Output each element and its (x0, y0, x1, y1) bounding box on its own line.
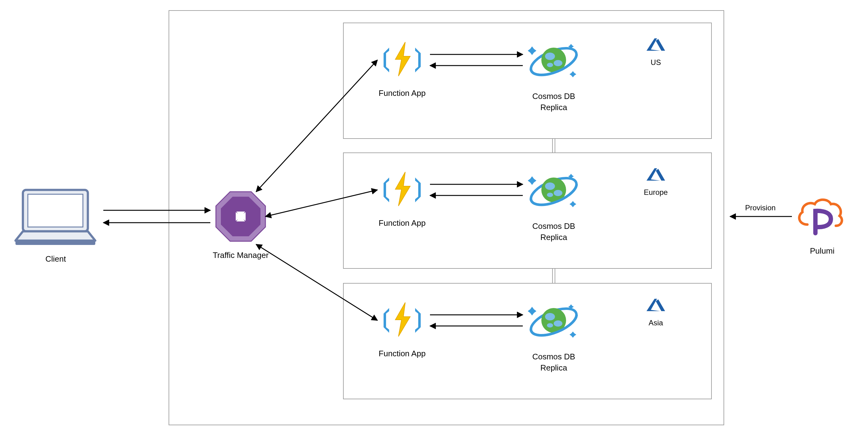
function-app-icon (383, 303, 421, 337)
traffic-manager-icon (216, 192, 266, 241)
traffic-manager-label: Traffic Manager (213, 251, 269, 260)
azure-region-icon (647, 38, 665, 51)
client-node: Client (16, 190, 95, 263)
traffic-manager-node: Traffic Manager (213, 192, 269, 260)
arrow-tm-function-0 (256, 60, 377, 192)
provision-label: Provision (745, 204, 776, 212)
cosmos-db-label-1: Cosmos DB (532, 92, 576, 101)
pulumi-label: Pulumi (810, 246, 834, 255)
cosmos-db-label-2: Replica (540, 103, 567, 112)
architecture-diagram: Function AppCosmos DBReplicaUSFunction A… (0, 0, 868, 437)
azure-region-icon (647, 299, 665, 311)
function-app-label: Function App (379, 349, 426, 358)
region-box-us: Function AppCosmos DBReplicaUS (343, 23, 711, 138)
region-box-europe: Function AppCosmos DBReplicaEurope (343, 153, 711, 269)
cosmos-db-label-2: Replica (540, 232, 567, 242)
function-app-icon (383, 42, 421, 76)
cosmos-db-label-2: Replica (540, 363, 567, 372)
svg-rect-10 (343, 23, 711, 138)
function-app-label: Function App (379, 218, 426, 228)
client-label: Client (45, 254, 66, 263)
svg-rect-12 (343, 283, 711, 399)
pulumi-icon (799, 200, 842, 233)
svg-rect-11 (343, 153, 711, 269)
cosmos-db-icon (527, 43, 580, 80)
cosmos-db-icon (527, 303, 580, 341)
arrow-tm-function-1 (266, 190, 377, 217)
function-app-icon (383, 172, 421, 206)
arrow-tm-function-2 (256, 244, 377, 320)
region-name-label: Europe (644, 188, 668, 196)
azure-region-icon (647, 168, 665, 181)
cosmos-db-label-1: Cosmos DB (532, 221, 576, 231)
cosmos-db-icon (527, 173, 580, 210)
region-name-label: US (651, 58, 661, 66)
region-box-asia: Function AppCosmos DBReplicaAsia (343, 283, 711, 399)
laptop-icon (16, 190, 95, 245)
region-name-label: Asia (649, 318, 663, 327)
cosmos-db-label-1: Cosmos DB (532, 352, 576, 361)
function-app-label: Function App (379, 89, 426, 98)
pulumi-node: Pulumi (799, 200, 842, 255)
